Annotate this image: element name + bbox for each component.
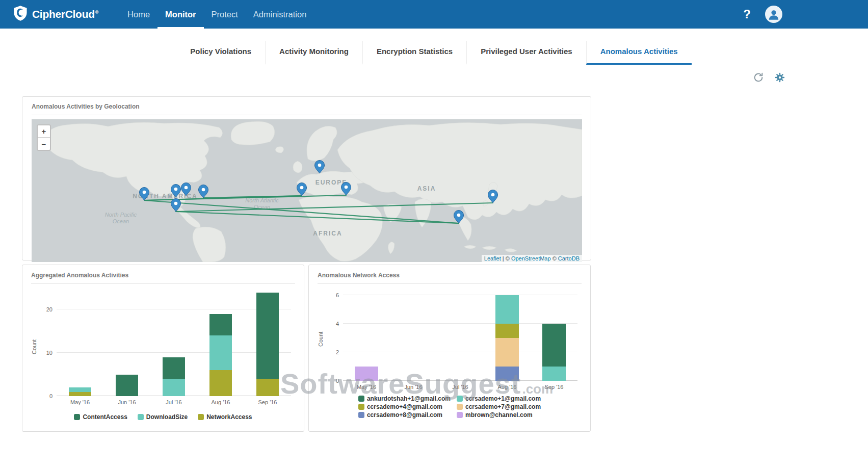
legend-item[interactable]: ccrsademo+4@gmail.com bbox=[358, 403, 451, 410]
bar-segment[interactable] bbox=[495, 367, 519, 381]
bar-may-'16[interactable] bbox=[69, 288, 91, 396]
legend-item[interactable]: ContentAccess bbox=[74, 413, 127, 421]
bar-segment[interactable] bbox=[542, 367, 566, 381]
legend-label: mbrown@channel.com bbox=[465, 411, 533, 419]
zoom-in-button[interactable]: + bbox=[38, 125, 50, 138]
legend-item[interactable]: DownloadSize bbox=[138, 413, 188, 421]
bar-jun-'16[interactable] bbox=[402, 288, 425, 381]
bar-segment[interactable] bbox=[495, 295, 519, 324]
x-tick-label: Sep '16 bbox=[531, 384, 577, 390]
top-navbar: CipherCloud® Home Monitor Protect Admini… bbox=[0, 0, 868, 29]
bar-jul-'16[interactable] bbox=[163, 288, 185, 396]
y-axis-title: Count bbox=[318, 308, 324, 370]
openstreetmap-link[interactable]: OpenStreetMap bbox=[511, 255, 551, 262]
navbar-right: ? bbox=[743, 6, 868, 23]
bar-segment[interactable] bbox=[116, 375, 138, 396]
bar-segment[interactable] bbox=[256, 379, 279, 396]
bar-segment[interactable] bbox=[495, 324, 519, 338]
world-map[interactable]: NORTH AMERICA EUROPE ASIA AFRICA North P… bbox=[32, 119, 582, 262]
bar-segment[interactable] bbox=[542, 324, 566, 367]
bar-segment[interactable] bbox=[69, 392, 91, 396]
cartodb-link[interactable]: CartoDB bbox=[558, 255, 580, 262]
bar-segment[interactable] bbox=[209, 370, 232, 396]
zoom-out-button[interactable]: − bbox=[38, 138, 50, 150]
bar-segment[interactable] bbox=[209, 314, 232, 335]
bar-segment[interactable] bbox=[355, 367, 378, 381]
monitor-tab-strip: Policy Violations Activity Monitoring En… bbox=[0, 29, 868, 65]
label-asia: ASIA bbox=[417, 185, 436, 192]
main-nav: Home Monitor Protect Administration bbox=[120, 0, 314, 29]
bar-aug-'16[interactable] bbox=[209, 288, 232, 396]
legend-label: ankurdotshah+1@gmail.com bbox=[367, 395, 451, 402]
bar-jul-'16[interactable] bbox=[449, 288, 472, 381]
bar-segment[interactable] bbox=[256, 293, 279, 379]
help-icon[interactable]: ? bbox=[743, 7, 751, 21]
page-content: Anomalous Activities by Geolocation bbox=[0, 96, 868, 432]
geolocation-panel: Anomalous Activities by Geolocation bbox=[22, 96, 591, 260]
tab-privileged-user-activities[interactable]: Privileged User Activities bbox=[466, 41, 586, 65]
anomalous-network-access-panel: Anomalous Network Access Count 0246 May … bbox=[308, 265, 591, 432]
legend-swatch bbox=[358, 412, 364, 418]
bar-may-'16[interactable] bbox=[355, 288, 378, 381]
bar-sep-'16[interactable] bbox=[542, 288, 566, 381]
y-axis-title: Count bbox=[31, 316, 37, 377]
bar-segment[interactable] bbox=[163, 357, 185, 379]
nav-item-administration[interactable]: Administration bbox=[246, 0, 314, 29]
legend-swatch bbox=[74, 414, 80, 420]
legend-swatch bbox=[138, 414, 144, 420]
charts-row: Aggregated Anomalous Activities Count 01… bbox=[22, 265, 868, 432]
refresh-icon[interactable] bbox=[753, 72, 764, 83]
x-tick-label: May '16 bbox=[57, 399, 103, 405]
legend-item[interactable]: ccrsademo+1@gmail.com bbox=[457, 395, 541, 402]
page-toolbar bbox=[0, 65, 868, 88]
x-axis-labels: May '16Jun '16Jul '16Aug '16Sep '16 bbox=[57, 399, 291, 405]
x-tick-label: Sep '16 bbox=[244, 399, 291, 405]
x-tick-label: Jul '16 bbox=[150, 399, 197, 405]
legend-swatch bbox=[358, 396, 364, 402]
legend-label: ccrsademo+7@gmail.com bbox=[465, 403, 541, 410]
network-access-chart-title: Anomalous Network Access bbox=[318, 272, 582, 284]
nav-item-monitor[interactable]: Monitor bbox=[157, 0, 203, 29]
tab-encryption-statistics[interactable]: Encryption Statistics bbox=[362, 41, 466, 65]
legend-label: ccrsademo+4@gmail.com bbox=[367, 403, 442, 410]
bar-segment[interactable] bbox=[495, 338, 519, 367]
label-pacific-2: Ocean bbox=[113, 218, 129, 224]
bar-aug-'16[interactable] bbox=[495, 288, 519, 381]
tab-activity-monitoring[interactable]: Activity Monitoring bbox=[265, 41, 362, 65]
plot-area: 01020 bbox=[57, 288, 291, 396]
nav-item-home[interactable]: Home bbox=[120, 0, 157, 29]
settings-gear-icon[interactable] bbox=[774, 72, 785, 83]
bar-segment[interactable] bbox=[163, 379, 185, 396]
tab-anomalous-activities[interactable]: Anomalous Activities bbox=[586, 41, 692, 65]
label-pacific-1: North Pacific bbox=[105, 212, 137, 218]
label-africa: AFRICA bbox=[313, 230, 342, 237]
legend-label: DownloadSize bbox=[146, 413, 188, 421]
user-avatar[interactable] bbox=[765, 6, 782, 23]
legend-item[interactable]: ankurdotshah+1@gmail.com bbox=[358, 395, 451, 402]
bar-segment[interactable] bbox=[209, 335, 232, 370]
bar-jun-'16[interactable] bbox=[116, 288, 138, 396]
leaflet-link[interactable]: Leaflet bbox=[484, 255, 501, 262]
map-attribution: Leaflet | © OpenStreetMap © CartoDB bbox=[482, 255, 582, 262]
legend-label: NetworkAccess bbox=[206, 413, 252, 421]
legend-swatch bbox=[457, 404, 463, 410]
geolocation-panel-title: Anomalous Activities by Geolocation bbox=[32, 103, 582, 115]
legend-item[interactable]: ccrsademo+8@gmail.com bbox=[358, 411, 451, 419]
brand[interactable]: CipherCloud® bbox=[13, 5, 98, 23]
x-tick-label: May '16 bbox=[343, 384, 390, 390]
legend-item[interactable]: ccrsademo+7@gmail.com bbox=[457, 403, 541, 410]
legend-swatch bbox=[457, 396, 463, 402]
tab-policy-violations[interactable]: Policy Violations bbox=[176, 41, 265, 65]
legend-item[interactable]: mbrown@channel.com bbox=[457, 411, 541, 419]
chart-legend: ankurdotshah+1@gmail.comccrsademo+1@gmai… bbox=[318, 395, 582, 419]
plot-area: 0246 bbox=[343, 288, 577, 381]
map-zoom-control: + − bbox=[37, 124, 51, 151]
legend-item[interactable]: NetworkAccess bbox=[198, 413, 252, 421]
bar-sep-'16[interactable] bbox=[256, 288, 279, 396]
nav-item-protect[interactable]: Protect bbox=[204, 0, 246, 29]
x-tick-label: Jul '16 bbox=[437, 384, 484, 390]
bar-segment[interactable] bbox=[69, 387, 91, 391]
x-tick-label: Jun '16 bbox=[390, 384, 437, 390]
legend-swatch bbox=[457, 412, 463, 418]
legend-label: ccrsademo+1@gmail.com bbox=[465, 395, 541, 402]
